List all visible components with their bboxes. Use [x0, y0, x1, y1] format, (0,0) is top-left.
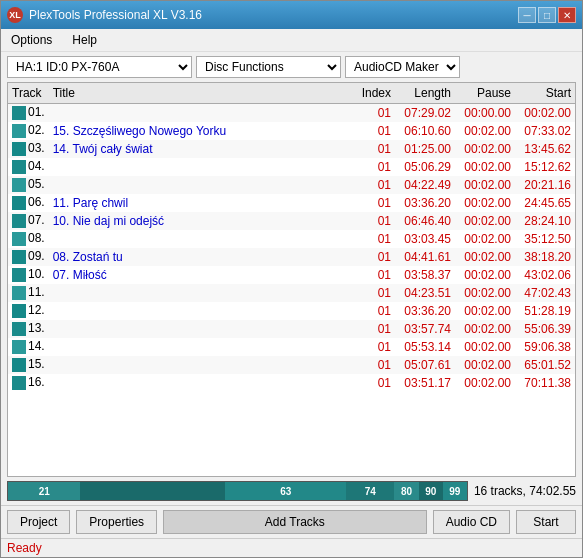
- drive-select[interactable]: HA:1 ID:0 PX-760A: [7, 56, 192, 78]
- track-index-cell: 01: [350, 284, 395, 302]
- track-title-cell: [49, 320, 350, 338]
- table-row[interactable]: 04.0105:06.2900:02.0015:12.62: [8, 158, 575, 176]
- track-index-cell: 01: [350, 266, 395, 284]
- track-pause-cell: 00:02.00: [455, 176, 515, 194]
- track-title-cell: 11. Parę chwil: [49, 194, 350, 212]
- maximize-button[interactable]: □: [538, 7, 556, 23]
- track-num-cell: 07.: [8, 212, 49, 230]
- table-row[interactable]: 01.0107:29.0200:00.0000:02.00: [8, 104, 575, 122]
- track-index-cell: 01: [350, 230, 395, 248]
- track-start-cell: 47:02.43: [515, 284, 575, 302]
- table-row[interactable]: 15.0105:07.6100:02.0065:01.52: [8, 356, 575, 374]
- progress-segment: 74: [346, 482, 394, 500]
- track-index-cell: 01: [350, 194, 395, 212]
- track-length-cell: 05:07.61: [395, 356, 455, 374]
- track-length-cell: 03:57.74: [395, 320, 455, 338]
- progress-segment: [80, 482, 225, 500]
- project-button[interactable]: Project: [7, 510, 70, 534]
- table-row[interactable]: 10.07. Miłość0103:58.3700:02.0043:02.06: [8, 266, 575, 284]
- disc-functions-select[interactable]: Disc Functions: [196, 56, 341, 78]
- track-index-cell: 01: [350, 338, 395, 356]
- table-row[interactable]: 05.0104:22.4900:02.0020:21.16: [8, 176, 575, 194]
- col-header-length: Length: [395, 83, 455, 104]
- progress-segment: 21: [8, 482, 80, 500]
- track-color-indicator: [12, 160, 26, 174]
- minimize-button[interactable]: ─: [518, 7, 536, 23]
- progress-segment: 63: [225, 482, 346, 500]
- track-num-cell: 11.: [8, 284, 49, 302]
- track-color-indicator: [12, 304, 26, 318]
- track-number: 04.: [28, 159, 45, 173]
- track-color-indicator: [12, 142, 26, 156]
- track-num-cell: 05.: [8, 176, 49, 194]
- track-pause-cell: 00:02.00: [455, 284, 515, 302]
- track-length-cell: 03:51.17: [395, 374, 455, 392]
- col-header-index: Index: [350, 83, 395, 104]
- track-title-cell: [49, 176, 350, 194]
- table-row[interactable]: 08.0103:03.4500:02.0035:12.50: [8, 230, 575, 248]
- track-index-cell: 01: [350, 104, 395, 122]
- track-title-cell: [49, 338, 350, 356]
- track-start-cell: 20:21.16: [515, 176, 575, 194]
- track-index-cell: 01: [350, 248, 395, 266]
- track-num-cell: 14.: [8, 338, 49, 356]
- table-row[interactable]: 09.08. Zostań tu0104:41.6100:02.0038:18.…: [8, 248, 575, 266]
- progress-segments: 216374809099: [8, 482, 467, 500]
- track-number: 11.: [28, 285, 45, 299]
- track-num-cell: 16.: [8, 374, 49, 392]
- audio-cd-button[interactable]: Audio CD: [433, 510, 510, 534]
- track-index-cell: 01: [350, 374, 395, 392]
- progress-segment: 90: [419, 482, 443, 500]
- track-start-cell: 28:24.10: [515, 212, 575, 230]
- menu-help[interactable]: Help: [66, 31, 103, 49]
- track-start-cell: 43:02.06: [515, 266, 575, 284]
- track-index-cell: 01: [350, 176, 395, 194]
- app-icon: XL: [7, 7, 23, 23]
- track-color-indicator: [12, 106, 26, 120]
- track-pause-cell: 00:02.00: [455, 212, 515, 230]
- table-row[interactable]: 12.0103:36.2000:02.0051:28.19: [8, 302, 575, 320]
- track-number: 16.: [28, 375, 45, 389]
- track-num-cell: 15.: [8, 356, 49, 374]
- track-title-cell: [49, 284, 350, 302]
- table-row[interactable]: 11.0104:23.5100:02.0047:02.43: [8, 284, 575, 302]
- track-pause-cell: 00:00.00: [455, 104, 515, 122]
- track-num-cell: 04.: [8, 158, 49, 176]
- track-title-cell: [49, 104, 350, 122]
- track-number: 03.: [28, 141, 45, 155]
- mode-select[interactable]: AudioCD Maker: [345, 56, 460, 78]
- table-row[interactable]: 13.0103:57.7400:02.0055:06.39: [8, 320, 575, 338]
- table-row[interactable]: 14.0105:53.1400:02.0059:06.38: [8, 338, 575, 356]
- menu-options[interactable]: Options: [5, 31, 58, 49]
- track-start-cell: 35:12.50: [515, 230, 575, 248]
- col-header-pause: Pause: [455, 83, 515, 104]
- track-color-indicator: [12, 250, 26, 264]
- progress-bar: 216374809099: [7, 481, 468, 501]
- track-index-cell: 01: [350, 158, 395, 176]
- track-title-cell: 14. Twój cały świat: [49, 140, 350, 158]
- track-length-cell: 03:36.20: [395, 194, 455, 212]
- properties-button[interactable]: Properties: [76, 510, 157, 534]
- table-row[interactable]: 02.15. Szczęśliwego Nowego Yorku0106:10.…: [8, 122, 575, 140]
- track-pause-cell: 00:02.00: [455, 194, 515, 212]
- track-length-cell: 04:22.49: [395, 176, 455, 194]
- table-row[interactable]: 16.0103:51.1700:02.0070:11.38: [8, 374, 575, 392]
- start-button[interactable]: Start: [516, 510, 576, 534]
- track-number: 10.: [28, 267, 45, 281]
- table-row[interactable]: 03.14. Twój cały świat0101:25.0000:02.00…: [8, 140, 575, 158]
- track-start-cell: 07:33.02: [515, 122, 575, 140]
- track-pause-cell: 00:02.00: [455, 230, 515, 248]
- window-title: PlexTools Professional XL V3.16: [29, 8, 202, 22]
- track-pause-cell: 00:02.00: [455, 248, 515, 266]
- track-index-cell: 01: [350, 302, 395, 320]
- status-bar: Ready: [1, 538, 582, 557]
- table-row[interactable]: 07.10. Nie daj mi odejść0106:46.4000:02.…: [8, 212, 575, 230]
- track-length-cell: 04:41.61: [395, 248, 455, 266]
- close-button[interactable]: ✕: [558, 7, 576, 23]
- add-tracks-button[interactable]: Add Tracks: [163, 510, 427, 534]
- table-row[interactable]: 06.11. Parę chwil0103:36.2000:02.0024:45…: [8, 194, 575, 212]
- track-title-cell: 07. Miłość: [49, 266, 350, 284]
- progress-segment: 80: [394, 482, 418, 500]
- track-number: 06.: [28, 195, 45, 209]
- track-num-cell: 06.: [8, 194, 49, 212]
